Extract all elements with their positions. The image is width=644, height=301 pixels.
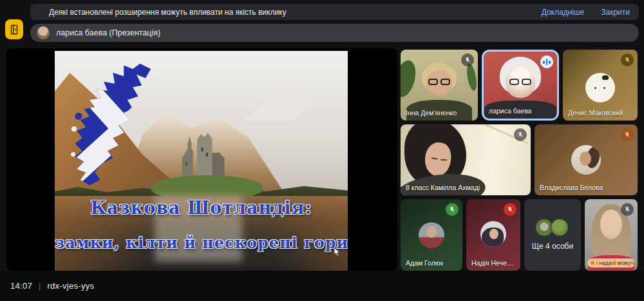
participant-tile-kamilla[interactable]: 8 класс Камілла Ахмаді [401,124,531,195]
participant-tile-denys[interactable]: Денис Маковский [563,50,638,121]
meeting-meta: 14:07 | rdx-vjes-yys [10,271,94,301]
participant-name: лариса баева [489,107,531,115]
caption-icon [591,261,594,265]
user-avatar [480,221,506,247]
mic-off-icon [504,203,516,216]
participant-tile-captioned[interactable]: і надалі можуть б [585,199,638,271]
extension-badge[interactable] [5,19,23,39]
participant-name: Владислава Белова [540,184,603,191]
presenter-banner-label: лариса баева (Презентація) [56,28,160,37]
participant-name: 8 класс Камілла Ахмаді [406,184,480,191]
mic-off-icon [621,128,634,141]
scotland-flag-map [70,60,178,196]
mouse-cursor-icon [334,247,341,257]
close-link[interactable]: Закрити [601,8,630,17]
notification-banner: Деякі встановлені розширення можуть впли… [30,4,639,20]
clock-time: 14:07 [10,281,32,291]
caption-text: і надалі можуть б [596,260,635,266]
participant-tile-larysa-speaking[interactable]: лариса баева [482,50,559,121]
participant-tile-adam[interactable]: Адам Голюк [401,199,462,271]
details-link[interactable]: Докладніше [542,8,585,17]
stacked-avatars [535,218,570,238]
cat-avatar [585,73,615,102]
mic-off-icon [514,128,527,141]
more-people-label: Ще 4 особи [524,242,581,251]
control-bar: 14:07 | rdx-vjes-yys [0,271,644,301]
live-caption-chip: і надалі можуть б [587,258,635,267]
plant-decor [465,63,478,92]
participant-name: Інна Дем'яненко [406,109,457,117]
participant-tile-vladyslava[interactable]: Владислава Белова [535,124,638,195]
mic-off-icon [461,53,474,66]
mic-off-icon [621,203,634,216]
meeting-code: rdx-vjes-yys [47,281,94,291]
mic-off-icon [446,203,459,216]
speaking-indicator-icon [540,55,553,68]
plant-decor [401,58,419,99]
user-avatar [571,145,601,175]
mic-off-icon [621,53,634,66]
slide-title-line2: замки, кілти й нескорені гори [55,233,348,252]
participant-tile-nadiia[interactable]: Надія Нечепур… [466,199,520,271]
door-extension-icon [8,23,20,36]
participant-name: Адам Голюк [406,259,443,267]
overflow-tile-more-people[interactable]: Ще 4 особи [524,199,581,271]
notification-text: Деякі встановлені розширення можуть впли… [49,8,542,17]
user-avatar [419,222,444,248]
presentation-slide: Казкова Шотландія: замки, кілти й нескор… [55,51,348,271]
participant-name: Денис Маковский [568,109,623,117]
presentation-stage[interactable]: Казкова Шотландія: замки, кілти й нескор… [6,48,397,271]
participant-name: Надія Нечепур… [471,259,515,267]
presenter-banner[interactable]: лариса баева (Презентація) [30,24,639,42]
meet-call-screen: Деякі встановлені розширення можуть впли… [0,0,644,301]
participant-tile-inna[interactable]: Інна Дем'яненко [401,50,478,121]
presenter-avatar [37,26,50,39]
slide-title-line1: Казкова Шотландія: [55,198,348,218]
